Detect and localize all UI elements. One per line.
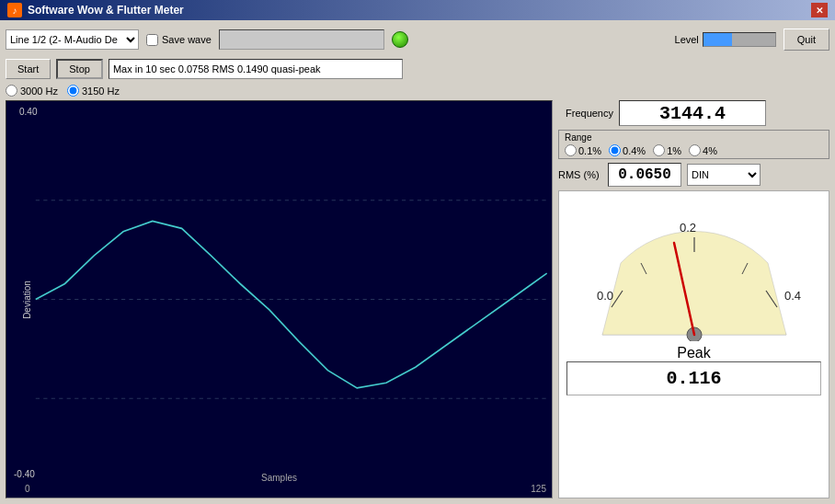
svg-text:0.0: 0.0 xyxy=(597,289,613,303)
range-04-radio[interactable] xyxy=(609,144,621,156)
range-01-label[interactable]: 0.1% xyxy=(565,144,601,156)
freq-3150-text: 3150 Hz xyxy=(82,86,120,97)
rms-display: 0.0650 xyxy=(608,163,681,187)
peak-label: Peak xyxy=(677,345,710,361)
svg-text:0.4: 0.4 xyxy=(784,289,801,303)
rms-label: RMS (%) xyxy=(558,169,602,180)
level-bar xyxy=(703,32,776,47)
frequency-row: Frequency 3144.4 xyxy=(558,100,829,126)
range-01-text: 0.1% xyxy=(578,145,601,156)
freq-3000-text: 3000 Hz xyxy=(20,86,58,97)
freq-3150-label[interactable]: 3150 Hz xyxy=(67,85,120,97)
control-row: Start Stop Max in 10 sec 0.0758 RMS 0.14… xyxy=(6,57,829,81)
range-4-radio[interactable] xyxy=(689,144,701,156)
top-bar: Line 1/2 (2- M-Audio De Save wave Level … xyxy=(6,26,829,53)
range-1-label[interactable]: 1% xyxy=(653,144,681,156)
freq-3150-radio[interactable] xyxy=(67,85,79,97)
stop-button[interactable]: Stop xyxy=(56,59,103,79)
graph-svg xyxy=(6,101,552,498)
gauge-svg: 0.0 0.2 0.4 xyxy=(575,199,814,341)
rms-row: RMS (%) 0.0650 DIN xyxy=(558,163,829,187)
start-button[interactable]: Start xyxy=(6,59,51,79)
frequency-label: Frequency xyxy=(558,108,613,119)
freq-3000-label[interactable]: 3000 Hz xyxy=(6,85,58,97)
range-4-text: 4% xyxy=(703,145,717,156)
save-wave-label: Save wave xyxy=(146,34,212,46)
input-select[interactable]: Line 1/2 (2- M-Audio De xyxy=(6,29,139,50)
title-bar: ♪ Software Wow & Flutter Meter ✕ xyxy=(0,0,835,20)
graph-panel: 0.40 -0.40 Deviation Samples 0 125 xyxy=(6,100,553,498)
range-box: Range 0.1% 0.4% 1% xyxy=(558,130,829,159)
status-box: Max in 10 sec 0.0758 RMS 0.1490 quasi-pe… xyxy=(109,59,403,79)
din-select[interactable]: DIN xyxy=(687,164,761,186)
right-panel: Frequency 3144.4 Range 0.1% 0.4% xyxy=(558,100,829,498)
range-01-radio[interactable] xyxy=(565,144,577,156)
frequency-display: 3144.4 xyxy=(619,100,766,126)
level-bar-fill xyxy=(703,33,732,46)
led-indicator xyxy=(392,31,408,48)
freq-3000-radio[interactable] xyxy=(6,85,17,97)
save-wave-text: Save wave xyxy=(162,34,212,45)
close-button[interactable]: ✕ xyxy=(811,3,828,17)
progress-bar xyxy=(219,29,384,50)
save-wave-checkbox[interactable] xyxy=(146,34,158,46)
window-title: Software Wow & Flutter Meter xyxy=(28,4,184,17)
level-label: Level xyxy=(675,34,699,45)
app-icon: ♪ xyxy=(7,3,22,17)
range-1-text: 1% xyxy=(667,145,681,156)
peak-value: 0.116 xyxy=(566,361,821,395)
frequency-radio-group: 3000 Hz 3150 Hz xyxy=(6,85,829,97)
range-04-label[interactable]: 0.4% xyxy=(609,144,646,156)
level-section: Level xyxy=(675,32,776,47)
range-options: 0.1% 0.4% 1% 4% xyxy=(565,144,823,156)
meter-panel: 0.0 0.2 0.4 Peak xyxy=(558,190,829,498)
range-4-label[interactable]: 4% xyxy=(689,144,717,156)
range-04-text: 0.4% xyxy=(623,145,646,156)
range-title: Range xyxy=(565,132,823,143)
main-content: Line 1/2 (2- M-Audio De Save wave Level … xyxy=(0,20,835,504)
quit-button[interactable]: Quit xyxy=(784,29,829,51)
range-1-radio[interactable] xyxy=(653,144,665,156)
panels-row: 0.40 -0.40 Deviation Samples 0 125 Frequ… xyxy=(6,100,829,498)
svg-text:0.2: 0.2 xyxy=(680,221,696,235)
